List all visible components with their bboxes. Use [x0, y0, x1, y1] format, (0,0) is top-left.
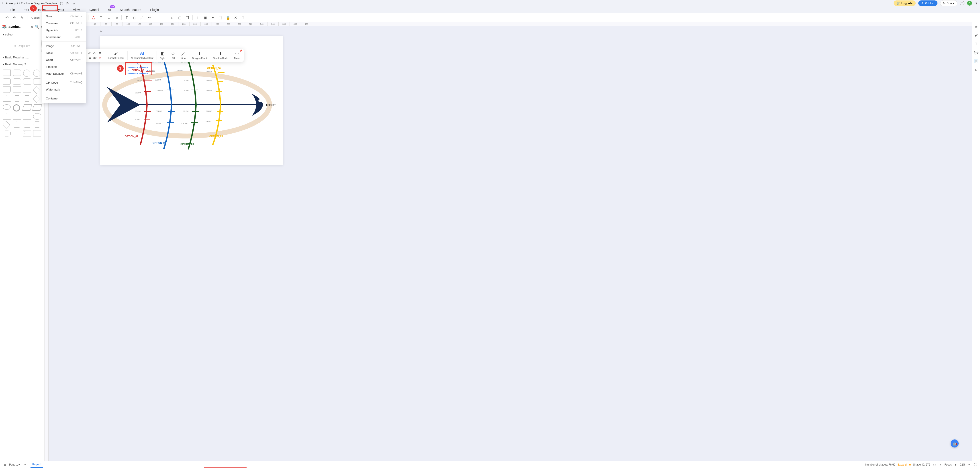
shape-para[interactable]	[22, 104, 32, 110]
save-icon[interactable]: ▢	[60, 1, 63, 5]
resize-handle[interactable]	[127, 73, 129, 74]
shape-rect2[interactable]	[3, 78, 11, 85]
shape-pill[interactable]	[33, 113, 41, 120]
resize-handle[interactable]	[127, 70, 129, 71]
shape-rounded4[interactable]	[33, 78, 41, 85]
effects-button[interactable]: ✦	[210, 15, 215, 20]
resize-handle[interactable]	[137, 67, 139, 68]
shape-rounded2[interactable]	[13, 78, 21, 85]
dd-container[interactable]: Container	[42, 95, 86, 102]
redo-button[interactable]: ↷	[12, 15, 17, 20]
shape-ellipse[interactable]	[3, 104, 11, 110]
text-style-button[interactable]: T	[99, 15, 103, 20]
dd-comment[interactable]: CommentCtrl+Alt+X	[42, 20, 86, 27]
rp-history-icon[interactable]: ↻	[975, 68, 978, 72]
shape-rounded-rect[interactable]	[13, 70, 21, 76]
align-button[interactable]: ≡	[106, 15, 111, 20]
frame-button[interactable]: ▣	[203, 15, 208, 20]
rp-brush-icon[interactable]: 🖌	[974, 33, 978, 37]
shape-circle2[interactable]	[33, 70, 40, 77]
ft-format-painter[interactable]: 🖌Format Painter	[105, 51, 127, 60]
shape-rounded3[interactable]	[23, 78, 31, 85]
publish-button[interactable]: ✈ Publish	[918, 0, 938, 6]
dd-note[interactable]: NoteCtrl+Alt+Z	[42, 13, 86, 20]
expand-icon[interactable]: ‹	[41, 25, 42, 29]
arrow-button[interactable]: →	[162, 15, 167, 20]
dd-qrcode[interactable]: QR CodeCtrl+Alt+Q	[42, 79, 86, 86]
rp-diamond-icon[interactable]: ◈	[975, 24, 978, 29]
ft-list[interactable]: ≣	[88, 56, 92, 59]
shape-star[interactable]	[13, 130, 21, 136]
grid-button[interactable]: ⊞	[241, 15, 246, 20]
font-name[interactable]: Calibri	[30, 16, 41, 19]
shape-pent2[interactable]	[23, 121, 31, 128]
ft-bring-front[interactable]: ⬆Bring to Front	[189, 51, 210, 60]
line-button[interactable]: ／	[139, 15, 144, 20]
symbols-icon[interactable]: 📚	[2, 24, 7, 29]
cat-flowchart[interactable]: ▸ Basic Flowchart ...	[0, 54, 45, 61]
ft-line[interactable]: ／Line	[178, 50, 189, 60]
align-objects-button[interactable]: ⫴	[195, 15, 200, 20]
ft-textcolor[interactable]: A	[98, 56, 102, 59]
ft-font-bigger[interactable]: A↑	[88, 51, 92, 55]
user-avatar[interactable]: c	[967, 1, 972, 6]
shape-dia2[interactable]	[33, 95, 41, 103]
cat-basic-drawing[interactable]: ▾ Basic Drawing S...	[0, 61, 45, 68]
menu-file[interactable]: File	[5, 7, 19, 13]
open-external-icon[interactable]: ⇱	[66, 1, 70, 5]
drag-here-zone[interactable]: ⊕ Drag Here	[3, 40, 41, 52]
menu-ai[interactable]: AIhot	[103, 7, 115, 13]
crop-button[interactable]: ⬚	[218, 15, 223, 20]
dd-chart[interactable]: ChartCtrl+Alt+P	[42, 56, 86, 63]
ft-ai-content[interactable]: AIAI generated content	[127, 51, 157, 60]
menu-plugin[interactable]: Plugin	[146, 7, 163, 13]
shape-oct[interactable]	[3, 130, 11, 136]
resize-handle[interactable]	[148, 73, 149, 74]
dd-hyperlink[interactable]: HyperlinkCtrl+K	[42, 27, 86, 34]
selection-box[interactable]: OPTION_02	[128, 67, 148, 73]
line-style-button[interactable]: ─	[154, 15, 159, 20]
help-button[interactable]: ?	[960, 1, 964, 5]
shape-ring[interactable]	[13, 104, 20, 112]
shape-hex[interactable]	[13, 96, 21, 102]
spacing-button[interactable]: ⇹	[170, 15, 175, 20]
ft-underline[interactable]: ab	[93, 56, 97, 59]
shape-heart[interactable]: ♡	[23, 130, 31, 136]
shape-hex2[interactable]	[23, 96, 31, 102]
shape-tri4[interactable]	[13, 113, 21, 120]
lock-button[interactable]: 🔒	[226, 15, 231, 20]
shape-frame[interactable]	[13, 86, 21, 93]
dd-watermark[interactable]: Watermark	[42, 86, 86, 93]
chevron-down-icon[interactable]: ▾	[975, 1, 978, 5]
ft-align[interactable]: ≡	[98, 51, 102, 55]
fill-button[interactable]: ◇	[132, 15, 137, 20]
format-painter-button[interactable]: ✎	[20, 15, 24, 20]
ft-style[interactable]: ◧Style	[157, 51, 169, 60]
dd-attachment[interactable]: AttachmentCtrl+H	[42, 34, 86, 41]
back-button[interactable]: ‹	[2, 1, 3, 5]
menu-symbol[interactable]: Symbol	[84, 7, 103, 13]
resize-handle[interactable]	[148, 70, 149, 71]
ft-send-back[interactable]: ⬇Send to Back	[210, 51, 231, 60]
chat-button[interactable]: 🤖	[951, 439, 959, 447]
star-icon[interactable]: ☆	[72, 1, 76, 5]
menu-search[interactable]: Search Feature	[115, 7, 146, 13]
shape-tri2[interactable]	[3, 96, 11, 102]
indent-button[interactable]: ⇥	[114, 15, 119, 20]
shape-para2[interactable]	[32, 104, 42, 110]
canvas[interactable]: -40-200204060801001201401601802002202402…	[45, 22, 972, 461]
rp-grid-icon[interactable]: ⊞	[975, 42, 978, 46]
text-tool-button[interactable]: T	[124, 15, 129, 20]
shape-circle[interactable]	[23, 70, 30, 77]
canvas-button[interactable]: ▢	[177, 15, 182, 20]
font-color-button[interactable]: A	[91, 15, 96, 20]
dd-timeline[interactable]: Timeline	[42, 63, 86, 70]
shape-rect[interactable]	[3, 70, 11, 76]
dd-math[interactable]: Math EquationCtrl+Alt+E	[42, 70, 86, 77]
ft-fill[interactable]: ◇Fill	[169, 51, 178, 60]
connector-button[interactable]: ⤳	[147, 15, 152, 20]
upgrade-button[interactable]: 🛒 Upgrade	[894, 0, 916, 6]
shape-hex3[interactable]	[33, 121, 41, 128]
resize-handle[interactable]	[148, 67, 149, 68]
rp-page-icon[interactable]: 📄	[974, 59, 978, 63]
